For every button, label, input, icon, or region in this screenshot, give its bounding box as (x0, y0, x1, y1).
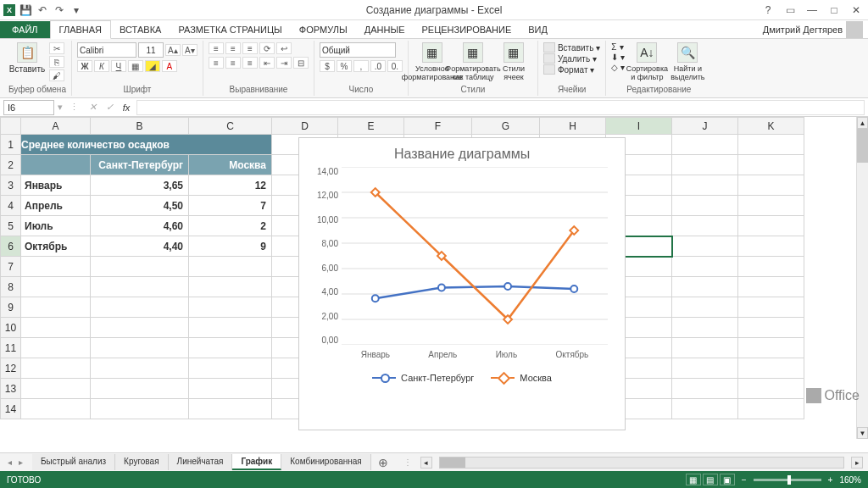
align-middle-icon[interactable]: ≡ (225, 42, 241, 54)
cell[interactable] (21, 257, 91, 277)
cancel-icon[interactable]: ✕ (86, 101, 99, 114)
cell[interactable] (672, 216, 738, 236)
maximize-icon[interactable]: □ (826, 3, 843, 17)
cell[interactable] (738, 257, 804, 277)
cell[interactable] (672, 338, 738, 358)
cell[interactable]: Октябрь (21, 236, 91, 257)
decrease-font-icon[interactable]: A▾ (182, 44, 198, 56)
cell[interactable] (672, 175, 738, 196)
row-header[interactable]: 10 (1, 318, 21, 338)
orientation-icon[interactable]: ⟳ (259, 42, 275, 54)
cell[interactable] (91, 358, 189, 379)
wrap-text-icon[interactable]: ↩ (276, 42, 292, 54)
cell[interactable] (738, 277, 804, 297)
hscroll-thumb[interactable] (440, 458, 465, 468)
scroll-down-icon[interactable]: ▼ (857, 427, 868, 439)
cell[interactable] (738, 399, 804, 419)
copy-icon[interactable]: ⎘ (49, 56, 64, 68)
format-painter-icon[interactable]: 🖌 (49, 69, 64, 81)
row-header[interactable]: 13 (1, 379, 21, 399)
fill-button[interactable]: ⬇ ▾ (611, 53, 625, 62)
row-header[interactable]: 7 (1, 257, 21, 277)
tab-formulas[interactable]: ФОРМУЛЫ (291, 21, 356, 38)
sheet-tab[interactable]: Линейчатая (169, 454, 233, 470)
find-select-button[interactable]: 🔍 Найти и выделить (669, 42, 706, 81)
add-sheet-button[interactable]: ⊕ (371, 456, 395, 469)
cell[interactable] (189, 257, 272, 277)
row-header[interactable]: 5 (1, 216, 21, 236)
font-name-select[interactable]: Calibri (77, 42, 136, 58)
cell[interactable] (738, 297, 804, 318)
row-header[interactable]: 9 (1, 297, 21, 318)
cell[interactable] (672, 318, 738, 338)
cell[interactable] (21, 379, 91, 399)
cell[interactable] (672, 155, 738, 175)
help-icon[interactable]: ? (760, 3, 776, 17)
cell[interactable] (189, 379, 272, 399)
row-header[interactable]: 6 (1, 236, 21, 257)
cell[interactable] (21, 155, 91, 175)
row-header[interactable]: 11 (1, 338, 21, 358)
cell[interactable] (21, 297, 91, 318)
scroll-thumb[interactable] (857, 129, 868, 163)
sheet-tab[interactable]: Круговая (115, 454, 168, 470)
format-as-table-button[interactable]: ▦ Форматировать как таблицу (454, 42, 492, 81)
formula-input[interactable] (136, 100, 865, 115)
cell[interactable]: Июль (21, 216, 91, 236)
cell[interactable]: Среднее количество осадков (21, 135, 272, 155)
cell[interactable]: 3,65 (91, 175, 189, 196)
column-header[interactable]: E (338, 118, 404, 135)
row-header[interactable]: 8 (1, 277, 21, 297)
sheet-tab[interactable]: Комбинированная (281, 454, 370, 470)
cell[interactable] (91, 338, 189, 358)
zoom-slider[interactable] (754, 479, 821, 481)
cell[interactable] (189, 297, 272, 318)
tab-view[interactable]: ВИД (520, 21, 556, 38)
cell[interactable] (21, 277, 91, 297)
chart-title[interactable]: Название диаграммы (299, 138, 625, 167)
cell[interactable]: 12 (189, 175, 272, 196)
scroll-up-icon[interactable]: ▲ (857, 117, 868, 129)
column-header[interactable]: J (672, 118, 738, 135)
cell[interactable] (672, 277, 738, 297)
increase-decimal-icon[interactable]: .0 (370, 60, 386, 72)
qat-customize-icon[interactable]: ▾ (70, 3, 83, 17)
ribbon-options-icon[interactable]: ▭ (782, 3, 798, 17)
cell[interactable] (738, 318, 804, 338)
name-box[interactable]: I6 (3, 100, 54, 115)
cell[interactable]: 4,40 (91, 236, 189, 257)
cell[interactable] (738, 358, 804, 379)
fill-color-icon[interactable]: ◢ (145, 60, 160, 72)
cell[interactable] (91, 379, 189, 399)
sheet-tab[interactable]: График (232, 454, 281, 470)
cell[interactable] (738, 338, 804, 358)
cell[interactable] (738, 216, 804, 236)
row-header[interactable]: 12 (1, 358, 21, 379)
user-account[interactable]: Дмитрий Дегтярев (763, 21, 863, 38)
cell[interactable] (21, 399, 91, 419)
cell[interactable]: Апрель (21, 196, 91, 216)
cell[interactable]: 4,50 (91, 196, 189, 216)
cell[interactable] (672, 297, 738, 318)
delete-cells-button[interactable]: Удалить ▾ (543, 53, 600, 64)
cell[interactable] (91, 318, 189, 338)
fx-icon[interactable]: fx (120, 101, 133, 114)
format-cells-button[interactable]: Формат ▾ (543, 64, 600, 75)
align-top-icon[interactable]: ≡ (209, 42, 224, 54)
underline-icon[interactable]: Ч (111, 60, 126, 72)
font-size-select[interactable]: 11 (138, 42, 164, 58)
currency-icon[interactable]: $ (320, 60, 335, 72)
cell[interactable] (672, 196, 738, 216)
merge-icon[interactable]: ⊟ (293, 57, 309, 69)
cell[interactable] (738, 379, 804, 399)
sort-filter-button[interactable]: A↓ Сортировка и фильтр (628, 42, 665, 81)
cell[interactable] (672, 399, 738, 419)
save-icon[interactable]: 💾 (19, 3, 32, 17)
column-header[interactable]: D (272, 118, 338, 135)
insert-cells-button[interactable]: Вставить ▾ (543, 42, 600, 53)
row-header[interactable]: 14 (1, 399, 21, 419)
cell[interactable] (672, 236, 738, 257)
legend-item-spb[interactable]: Санкт-Петербург (372, 373, 474, 383)
column-header[interactable]: F (404, 118, 472, 135)
cell[interactable] (91, 399, 189, 419)
